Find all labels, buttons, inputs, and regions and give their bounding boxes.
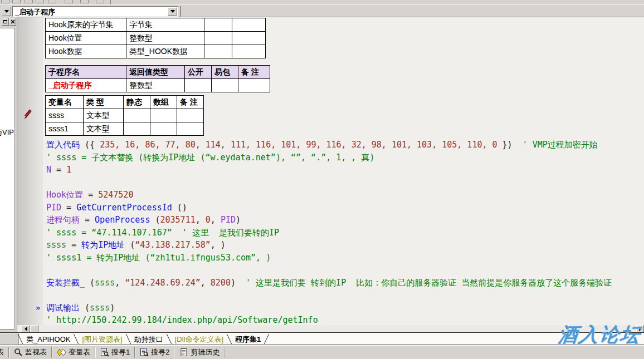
code-token: PID xyxy=(46,203,61,213)
table-row[interactable]: ssss1文本型 xyxy=(46,122,204,136)
toolbar-icon[interactable] xyxy=(80,0,89,3)
code-token: 调试输出 xyxy=(46,303,80,313)
data-cell[interactable] xyxy=(204,45,232,58)
header-cell[interactable]: 类 型 xyxy=(84,96,124,109)
data-cell[interactable]: Hook原来的字节集 xyxy=(46,18,126,32)
code-line[interactable]: 置入代码 ({ 235, 16, 86, 77, 80, 114, 111, 1… xyxy=(46,140,598,151)
code-token: “124.248.69.24” xyxy=(125,278,200,288)
data-cell[interactable] xyxy=(177,122,204,136)
data-cell[interactable]: 字节集 xyxy=(126,18,204,32)
table-row[interactable]: _启动子程序整数型 xyxy=(46,79,270,92)
combobox-arrow-button[interactable] xyxy=(168,7,177,16)
table-row[interactable]: Hook位置整数型 xyxy=(46,32,266,45)
toolbar-icon[interactable] xyxy=(1,0,9,3)
data-cell[interactable] xyxy=(177,109,204,122)
tab-2[interactable]: [图片资源表] xyxy=(76,334,128,345)
toolbar-icon[interactable] xyxy=(65,0,73,3)
docked-side-panel[interactable]: 与VIP xyxy=(0,28,15,330)
status-button-搜寻2[interactable]: 搜寻2 xyxy=(135,347,174,358)
data-cell[interactable] xyxy=(124,109,150,122)
status-button-剪辑历史[interactable]: 剪辑历史 xyxy=(175,347,224,358)
cutoff-toolbar-item[interactable]: 表 xyxy=(0,347,8,358)
status-button-label: 剪辑历史 xyxy=(191,347,219,357)
data-cell[interactable] xyxy=(150,122,177,136)
code-line[interactable]: ' ssss = “47.114.107.167” ' 这里 是我们要转的IP xyxy=(46,228,279,239)
data-cell[interactable] xyxy=(212,79,238,92)
status-button-label: 搜寻2 xyxy=(151,347,169,357)
code-line[interactable]: PID = GetCurrentProcessId () xyxy=(46,203,187,214)
horizontal-scrollbar[interactable] xyxy=(22,325,644,332)
table-row[interactable]: Hook数据类型_HOOK数据 xyxy=(46,45,266,58)
status-button-搜寻1[interactable]: 搜寻1 xyxy=(96,347,134,358)
status-button-监视表[interactable]: 监视表 xyxy=(9,347,51,358)
data-cell[interactable]: ssss xyxy=(46,109,84,122)
close-button[interactable] xyxy=(9,18,16,26)
header-cell[interactable]: 数组 xyxy=(150,96,177,109)
code-line[interactable]: 安装拦截_ (ssss, “124.248.69.24”, 8200) ' 这里… xyxy=(46,278,612,289)
toolbar-icon[interactable] xyxy=(96,0,104,3)
scroll-left-button[interactable] xyxy=(22,325,30,332)
data-cell[interactable] xyxy=(238,79,270,92)
code-line[interactable]: N = 1 xyxy=(46,165,71,176)
document-tab-strip: 类_APIHOOK[图片资源表]劫持接口[Dll命令定义表]程序集1 xyxy=(0,332,644,344)
header-cell[interactable]: 备 注 xyxy=(177,96,204,109)
code-line[interactable]: ' ssss1 = 转为IP地址 (“zh1tu1.ifngus53.com”,… xyxy=(46,253,271,264)
tab-3[interactable]: 劫持接口 xyxy=(129,334,169,345)
dropdown-button[interactable] xyxy=(2,7,11,16)
data-cell[interactable]: _启动子程序 xyxy=(46,79,126,92)
toolbar-icon[interactable] xyxy=(12,0,21,3)
table-row[interactable]: ssss文本型 xyxy=(46,109,204,122)
code-line[interactable]: ssss = 转为IP地址 (“43.138.217.58”, ) xyxy=(46,240,226,251)
scrollbar-thumb[interactable] xyxy=(30,325,38,332)
toolbar-icon[interactable] xyxy=(48,0,56,3)
data-cell[interactable] xyxy=(232,32,266,45)
subroutine-combobox[interactable]: _启动子程序 xyxy=(12,6,178,17)
data-cell[interactable] xyxy=(204,32,232,45)
data-cell[interactable]: Hook数据 xyxy=(46,45,126,58)
code-editor[interactable]: 置入代码 ({ 235, 16, 86, 77, 80, 114, 111, 1… xyxy=(17,17,644,332)
data-cell[interactable] xyxy=(232,18,266,32)
header-cell[interactable]: 返回值类型 xyxy=(126,66,185,79)
table-row[interactable]: Hook原来的字节集字节集 xyxy=(46,18,266,32)
data-cell[interactable] xyxy=(150,109,177,122)
code-token: 5247520 xyxy=(98,190,133,200)
data-cell[interactable]: 整数型 xyxy=(126,32,204,45)
code-token: , ) xyxy=(211,240,226,250)
header-cell[interactable]: 易包 xyxy=(212,66,238,79)
data-cell[interactable]: 文本型 xyxy=(84,109,124,122)
toolbar-icon[interactable] xyxy=(36,0,44,3)
toolbar-icon[interactable] xyxy=(25,0,33,3)
data-cell[interactable] xyxy=(204,18,232,32)
code-line[interactable]: ' ssss = 子文本替换 (转换为IP地址 (“w.eydata.net”)… xyxy=(46,153,374,164)
code-line[interactable]: ' http://150.242.99.184/index.php/api/So… xyxy=(46,315,318,326)
tab-1[interactable]: 类_APIHOOK xyxy=(21,334,76,345)
code-line[interactable]: 调试输出 (ssss) xyxy=(46,303,115,314)
header-cell[interactable]: 静态 xyxy=(124,96,150,109)
code-token: , xyxy=(115,278,125,288)
data-cell[interactable]: 文本型 xyxy=(84,122,124,136)
code-line[interactable]: 进程句柄 = OpenProcess (2035711, 0, PID) xyxy=(46,215,241,226)
tab-4[interactable]: [Dll命令定义表] xyxy=(169,334,229,345)
status-button-变量表[interactable]: 变量表 xyxy=(52,347,95,358)
header-cell[interactable]: 公开 xyxy=(185,66,212,79)
code-token: = xyxy=(66,240,81,250)
header-cell[interactable]: 变量名 xyxy=(46,96,84,109)
data-cell[interactable]: 整数型 xyxy=(126,79,185,92)
header-cell[interactable]: 子程序名 xyxy=(46,66,126,79)
data-cell[interactable] xyxy=(124,122,150,136)
code-token: ' http://150.242.99.184/index.php/api/So… xyxy=(46,315,318,325)
tab-5[interactable]: 程序集1 xyxy=(230,334,266,345)
code-token: = xyxy=(83,190,98,200)
data-cell[interactable] xyxy=(185,79,212,92)
table-header-row[interactable]: 子程序名返回值类型公开易包备 注 xyxy=(46,66,270,79)
data-cell[interactable]: 类型_HOOK数据 xyxy=(126,45,204,58)
data-cell[interactable]: Hook位置 xyxy=(46,32,126,45)
data-cell[interactable]: ssss1 xyxy=(46,122,84,136)
document-tabs: 类_APIHOOK[图片资源表]劫持接口[Dll命令定义表]程序集1 xyxy=(20,333,267,345)
table-header-row[interactable]: 变量名类 型静态数组备 注 xyxy=(46,96,204,109)
data-cell[interactable] xyxy=(232,45,266,58)
restore-button[interactable] xyxy=(2,18,9,26)
code-line[interactable]: Hook位置 = 5247520 xyxy=(46,190,133,201)
header-cell[interactable]: 备 注 xyxy=(238,66,270,79)
code-token: 8200 xyxy=(211,278,231,288)
